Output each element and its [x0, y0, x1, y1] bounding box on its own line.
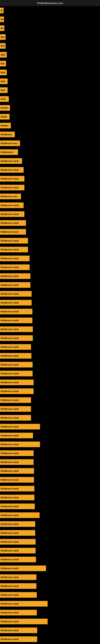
bar-label: Bottleneck r	[1, 151, 14, 153]
bar-item: Bottleneck result	[0, 397, 31, 403]
bar-label: Bottleneck result	[1, 328, 19, 330]
bar-item: Bottleneck resu	[0, 194, 21, 199]
bar-label: Bottleneck result	[1, 629, 19, 632]
bar-item: Bottleneck result	[0, 344, 31, 350]
bar-item: Bottleneck result	[0, 495, 34, 500]
bar-item: Bot	[0, 43, 6, 49]
bar-label: Bottleneck result	[1, 204, 19, 206]
bar-item: Bottleneck result	[0, 468, 34, 474]
bar-item: Bottleneck result	[0, 583, 36, 589]
bar-label: Bottleneck result	[1, 399, 19, 401]
bar-label: Bottleneck result	[1, 567, 19, 570]
bar-item: Bottleneck result	[0, 504, 35, 509]
bar-label: Bottleneck result	[1, 585, 19, 587]
bar-item: Bo	[0, 25, 4, 31]
bar-item: Bottleneck result	[0, 300, 32, 306]
bar-label: Bott	[1, 54, 5, 56]
bar-item: Bottleneck result	[0, 601, 48, 606]
bar-item: Bottleneck result	[0, 557, 36, 562]
bar-item: Bottleneck result	[0, 433, 33, 438]
bar-label: Bo	[1, 18, 4, 20]
bar-label: Bottleneck	[1, 133, 12, 136]
bar-label: Bo	[1, 27, 4, 30]
bar-label: Bottleneck result	[1, 231, 19, 233]
bar-item: Bottleneck result	[0, 282, 30, 288]
bar-item: Bottleneck result	[0, 628, 37, 633]
bar-item: Bottleneck result	[0, 450, 34, 456]
bar-label: B	[1, 9, 2, 12]
bar-item: Bottleneck result	[0, 380, 34, 385]
bar-label: Bottleneck result	[1, 523, 19, 525]
bar-item: Bottleneck result	[0, 388, 34, 394]
bar-label: Bott	[1, 71, 5, 74]
bar-item: Bottleneck result	[0, 512, 40, 518]
bar-label: Bottleneck result	[1, 620, 19, 623]
bar-label: Bottleneck result	[1, 186, 19, 189]
bar-item: Bottl	[0, 96, 9, 102]
bar-item: Bottleneck result	[0, 548, 36, 554]
bar-label: Bottleneck resu	[1, 142, 17, 144]
bar-item: Bottleneck result	[0, 309, 32, 314]
bar-label: Bottleneck result	[1, 443, 19, 446]
bar-item: Bott	[0, 70, 7, 75]
bar-item: Bottleneck result	[0, 211, 24, 217]
bar-label: Bottl	[1, 98, 6, 100]
bar-label: Bottleneck result	[1, 178, 19, 180]
bar-label: Bottleneck result	[1, 364, 19, 366]
bar-label: Bottleneck result	[1, 594, 19, 596]
bar-item: Bottleneck resu	[0, 140, 20, 146]
header: TheBottlenecker.com	[0, 0, 100, 6]
bar-label: Bottleneck result	[1, 213, 19, 215]
bar-item: Bottleneck result	[0, 326, 33, 332]
bar-label: Bottleneck result	[1, 310, 19, 313]
bar-item: Bottleneck result	[0, 238, 28, 244]
bar-label: Bottleneck result	[1, 558, 19, 561]
bar-item: Bottleneck result	[0, 220, 26, 226]
bar-item: Bottle	[0, 114, 10, 120]
bar-item: Bottleneck result	[0, 574, 36, 580]
bar-label: Bottleneck result	[1, 302, 19, 304]
bar-label: Bottleneck result	[1, 550, 19, 552]
bar-item: Bottleneck r	[0, 149, 18, 155]
bar-label: Bottleneck result	[1, 292, 19, 295]
bar-label: Bottle	[1, 116, 7, 118]
bar-item: Bot	[0, 34, 6, 40]
bar-label: Bottleneck result	[1, 416, 19, 419]
bar-label: Bottlen	[1, 124, 8, 127]
bar-label: Bottleneck result	[1, 434, 19, 437]
bar-item: Bottleneck result	[0, 619, 48, 624]
bar-label: Bottleneck result	[1, 390, 19, 392]
bar-label: Bottleneck resu	[1, 195, 17, 198]
bar-item: Bottleneck result	[0, 158, 22, 164]
bar-label: Bottleneck result	[1, 284, 19, 286]
bar-label: Bottleneck result	[1, 160, 19, 162]
bar-label: Bottleneck result	[1, 248, 19, 251]
bar-label: Bottleneck result	[1, 372, 19, 375]
site-title: TheBottlenecker.com	[37, 2, 63, 5]
bar-item: Bottlen	[0, 105, 10, 111]
bar-item: Bottleneck result	[0, 291, 32, 297]
bar-item: Bottleneck result	[0, 636, 37, 642]
bar-item: Bottleneck result	[0, 610, 37, 616]
bar-label: Bottleneck result	[1, 532, 19, 534]
bar-label: Bot	[1, 62, 4, 65]
bar-item: Bottleneck result	[0, 477, 34, 482]
bar-item: Bott	[0, 87, 8, 93]
bar-item: Bott	[0, 78, 8, 84]
bar-item: Bottleneck result	[0, 353, 31, 359]
bar-label: Bottleneck result	[1, 638, 19, 640]
bar-label: Bot	[1, 45, 4, 47]
bar-label: Bottleneck result	[1, 612, 19, 614]
bar-label: Bottleneck result	[1, 461, 19, 463]
bar-item: Bottleneck result	[0, 335, 33, 341]
bar-item: Bottleneck result	[0, 247, 28, 252]
bar-label: Bottleneck result	[1, 470, 19, 472]
bar-label: Bottleneck result	[1, 576, 19, 578]
bar-item: Bottleneck result	[0, 273, 30, 279]
bar-label: Bottleneck result	[1, 337, 19, 339]
bar-label: Bottleneck result	[1, 240, 19, 242]
bar-label: Bottleneck result	[1, 408, 19, 410]
bar-item: Bottleneck result	[0, 459, 34, 465]
bar-item: Bot	[0, 61, 6, 66]
bar-label: Bottleneck result	[1, 346, 19, 348]
